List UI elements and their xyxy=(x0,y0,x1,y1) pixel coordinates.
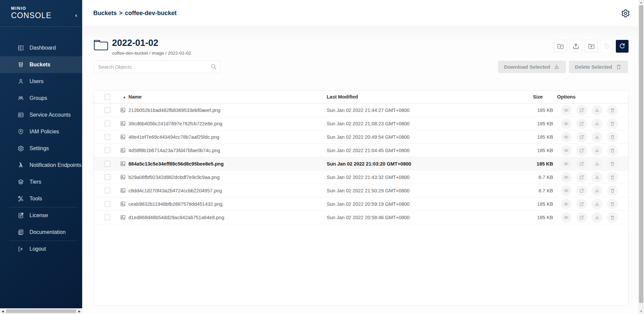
table-row[interactable]: 48e41ef7e69c443494cc78b7aaf25fdc.png Sun… xyxy=(94,130,628,144)
preview-object-button[interactable] xyxy=(561,132,572,142)
sidebar-item-notification-endpoints[interactable]: λ Notification Endpoints xyxy=(0,157,82,174)
column-header-last-modified: Last Modified xyxy=(327,94,489,100)
sidebar-item-tools[interactable]: Tools xyxy=(0,190,82,207)
download-object-button[interactable] xyxy=(592,105,602,116)
rewind-button[interactable] xyxy=(600,40,613,53)
row-checkbox[interactable] xyxy=(105,147,110,153)
share-object-button[interactable] xyxy=(576,172,587,183)
download-object-button[interactable] xyxy=(592,212,602,223)
breadcrumb: Buckets > coffee-dev-bucket xyxy=(93,10,177,17)
delete-object-button[interactable] xyxy=(607,132,618,142)
search-objects-input[interactable] xyxy=(93,61,221,73)
column-header-size: Size xyxy=(489,94,553,100)
table-row[interactable]: 39cd6b405bc241d7897e782fcb722e8e.png Sun… xyxy=(94,117,628,130)
preview-object-button[interactable] xyxy=(561,118,572,129)
table-row[interactable]: 212b052b1bad482fb8369533ebf0aeef.png Sun… xyxy=(94,104,628,117)
table-row-hovered[interactable]: 884a5c13c5e34eff89c56d8c95bee8e5.png Sun… xyxy=(94,157,628,171)
row-checkbox[interactable] xyxy=(105,134,110,140)
sidebar-item-tiers[interactable]: Tiers xyxy=(0,174,82,190)
share-object-button[interactable] xyxy=(576,118,587,129)
preview-object-button[interactable] xyxy=(561,172,572,183)
share-object-button[interactable] xyxy=(576,185,587,196)
folder-title-block: 2022-01-02 coffee-dev-bucket / image / 2… xyxy=(93,38,191,56)
select-all-checkbox[interactable] xyxy=(105,94,110,100)
scroll-down-arrow[interactable]: ▼ xyxy=(638,310,644,313)
delete-object-button[interactable] xyxy=(607,105,618,116)
sidebar-item-users[interactable]: Users xyxy=(0,73,82,90)
delete-object-button[interactable] xyxy=(607,172,618,183)
download-object-button[interactable] xyxy=(592,145,602,156)
row-checkbox[interactable] xyxy=(105,174,110,180)
gear-icon[interactable] xyxy=(621,9,630,18)
sidebar-item-license[interactable]: License xyxy=(0,207,82,224)
horizontal-scroll-thumb[interactable] xyxy=(6,309,76,313)
download-object-button[interactable] xyxy=(592,132,602,142)
table-row[interactable]: 4d58f8b1b6714a23a73fd47bfae0b74c.png Sun… xyxy=(94,144,628,157)
sidebar-item-iam-policies[interactable]: IAM Policies xyxy=(0,123,82,140)
delete-object-button[interactable] xyxy=(607,212,618,223)
sidebar-item-groups[interactable]: Groups xyxy=(0,90,82,107)
preview-object-button[interactable] xyxy=(561,199,572,209)
share-object-button[interactable] xyxy=(576,199,587,209)
preview-object-button[interactable] xyxy=(561,159,572,169)
row-checkbox[interactable] xyxy=(105,201,110,207)
download-object-button[interactable] xyxy=(592,172,602,183)
refresh-button[interactable] xyxy=(616,40,629,53)
delete-selected-button[interactable]: Delete Selected xyxy=(569,61,628,73)
table-row[interactable]: ceab9832b11948bfb2887578dd451432.png Sun… xyxy=(94,197,628,211)
vertical-scroll-thumb[interactable] xyxy=(639,5,643,303)
download-object-button[interactable] xyxy=(592,199,602,209)
share-object-button[interactable] xyxy=(576,132,587,142)
share-object-button[interactable] xyxy=(576,145,587,156)
upload-folder-icon xyxy=(588,43,595,50)
delete-object-button[interactable] xyxy=(607,118,618,129)
sidebar-item-dashboard[interactable]: Dashboard xyxy=(0,40,82,56)
license-icon xyxy=(17,212,24,219)
share-object-button[interactable] xyxy=(576,159,587,169)
new-path-button[interactable] xyxy=(554,40,567,53)
row-checkbox[interactable] xyxy=(105,214,110,220)
upload-folder-button[interactable] xyxy=(585,40,598,53)
scroll-left-arrow[interactable]: ◀ xyxy=(0,310,5,313)
sidebar-item-settings[interactable]: Settings xyxy=(0,140,82,157)
sidebar-item-logout[interactable]: Logout xyxy=(0,241,82,257)
sidebar-item-documentation[interactable]: Documentation xyxy=(0,224,82,241)
sidebar-collapse-icon[interactable]: ‹ xyxy=(75,12,77,19)
download-selected-button[interactable]: Download Selected xyxy=(498,61,566,73)
download-object-button[interactable] xyxy=(592,185,602,196)
row-checkbox[interactable] xyxy=(105,121,110,126)
breadcrumb-buckets-link[interactable]: Buckets xyxy=(93,10,117,17)
scroll-up-arrow[interactable]: ▲ xyxy=(638,1,644,4)
object-size: 185 KB xyxy=(489,121,553,126)
object-path-breadcrumb[interactable]: coffee-dev-bucket / image / 2022-01-02 xyxy=(112,51,191,56)
object-modified: Sun Jan 02 2022 20:59:19 GMT+0800 xyxy=(327,201,489,207)
table-row[interactable]: b29a08fbf92342d882dcbdf7e9c9c9aa.png Sun… xyxy=(94,171,628,184)
table-row[interactable]: d1ed868d48b54dd29ac842ab751a64e8.png Sun… xyxy=(94,211,628,224)
delete-object-button[interactable] xyxy=(607,185,618,196)
scroll-right-arrow[interactable]: ▶ xyxy=(77,310,82,313)
download-icon xyxy=(553,64,560,70)
row-checkbox[interactable] xyxy=(105,107,110,113)
download-object-button[interactable] xyxy=(592,118,602,129)
object-modified: Sun Jan 02 2022 21:04:45 GMT+0800 xyxy=(327,148,489,153)
share-object-button[interactable] xyxy=(576,105,587,116)
delete-object-button[interactable] xyxy=(607,145,618,156)
sidebar-item-service-accounts[interactable]: Service Accounts xyxy=(0,107,82,123)
sidebar-item-buckets[interactable]: Buckets xyxy=(0,56,82,73)
delete-object-button[interactable] xyxy=(607,199,618,209)
row-checkbox[interactable] xyxy=(105,161,110,167)
preview-object-button[interactable] xyxy=(561,185,572,196)
preview-object-button[interactable] xyxy=(561,145,572,156)
download-object-button[interactable] xyxy=(592,159,602,169)
column-header-name[interactable]: ▲ Name xyxy=(114,94,327,100)
delete-object-button[interactable] xyxy=(607,159,618,169)
preview-object-button[interactable] xyxy=(561,212,572,223)
upload-file-button[interactable] xyxy=(570,40,582,53)
preview-object-button[interactable] xyxy=(561,105,572,116)
table-row[interactable]: c8dd4c1d270f43a2b4724ccbb2204957.png Sun… xyxy=(94,184,628,197)
row-checkbox[interactable] xyxy=(105,188,110,193)
trash-icon xyxy=(615,64,622,70)
object-modified: Sun Jan 02 2022 21:03:20 GMT+0800 xyxy=(327,161,489,167)
object-name: 212b052b1bad482fb8369533ebf0aeef.png xyxy=(128,108,220,113)
share-object-button[interactable] xyxy=(576,212,587,223)
